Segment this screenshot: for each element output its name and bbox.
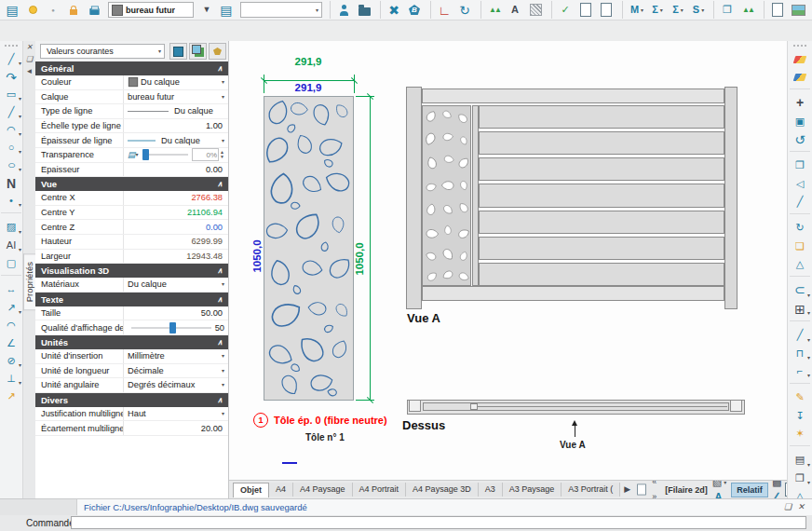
slider-thumb[interactable]: [142, 149, 149, 160]
type-ligne-dropdown[interactable]: Du calque: [124, 104, 228, 118]
ucs-axis-button[interactable]: ∟: [430, 1, 454, 19]
relatif-toggle[interactable]: Relatif: [731, 483, 768, 497]
spline-tool-button[interactable]: N: [1, 174, 21, 192]
sheet-button[interactable]: [577, 1, 596, 19]
preset-combobox[interactable]: Valeurs courantes ▾: [40, 44, 165, 59]
epaisseur-field[interactable]: 0.00: [124, 163, 228, 177]
circle-tool-button[interactable]: ○▾: [1, 139, 21, 157]
user-button[interactable]: [330, 1, 354, 19]
tab-a4-paysage[interactable]: A4 Paysage: [293, 483, 353, 497]
layer-combo-dropdown-button[interactable]: ▼: [197, 1, 216, 19]
tab-a4-portrait[interactable]: A4 Portrait: [353, 483, 407, 497]
section-visualisation-3d[interactable]: Visualisation 3D∧: [35, 264, 228, 278]
dim-ordinate-button[interactable]: ⊥▾: [1, 370, 21, 388]
display-mode-label[interactable]: [Filaire 2d]: [665, 485, 708, 495]
text-style-button[interactable]: A: [507, 1, 525, 19]
copy-tool-button[interactable]: ❐: [790, 151, 810, 175]
measure-insert-button[interactable]: M▾: [622, 1, 646, 19]
transparence-value[interactable]: 0%: [192, 148, 219, 161]
qualite-slider[interactable]: [131, 327, 211, 329]
segment-tool-button[interactable]: ╱▾: [1, 103, 21, 121]
sheet-next-button[interactable]: »: [648, 490, 662, 499]
dock-panel-button[interactable]: ❏: [784, 502, 792, 511]
couleur-dropdown[interactable]: Du calque▾: [124, 75, 228, 89]
hatch-tool-button[interactable]: ▨▾: [1, 212, 21, 237]
sum-line-button[interactable]: Σ▾: [648, 1, 667, 19]
epaisseur-ligne-dropdown[interactable]: Du calque▾: [124, 133, 228, 147]
polar-button[interactable]: ∠: [771, 490, 785, 499]
tab-a4[interactable]: A4: [269, 483, 293, 497]
section-divers[interactable]: Divers∧: [35, 393, 228, 407]
section-general[interactable]: Général∧: [35, 61, 228, 75]
centre-z-field[interactable]: 0.00: [124, 220, 228, 234]
echelle-type-field[interactable]: 1.00: [124, 119, 228, 133]
landscape-2-button[interactable]: ▲▲: [739, 1, 758, 19]
unite-insertion-dropdown[interactable]: Millimètre▾: [124, 349, 228, 363]
centre-y-field[interactable]: 21106.94: [124, 206, 228, 220]
sheet-prev-button[interactable]: «: [648, 480, 662, 490]
ellipse-tool-button[interactable]: ○▾: [1, 157, 21, 174]
sketch-tool-button[interactable]: ✎: [790, 383, 810, 407]
dessus-drawing[interactable]: [407, 398, 745, 416]
block-edit-button[interactable]: ▤▾: [790, 445, 810, 470]
rectangle-tool-button[interactable]: ▭▾: [1, 86, 21, 103]
largeur-field[interactable]: 12943.48: [124, 250, 228, 264]
image-button[interactable]: [790, 1, 808, 19]
layer-manager-button[interactable]: ▤: [4, 1, 22, 19]
layer-print-button[interactable]: [86, 1, 104, 19]
sheet-metal-panel-drawing[interactable]: [264, 96, 354, 401]
qualite-control[interactable]: 50: [124, 320, 228, 334]
mirror-tool-button[interactable]: △: [790, 255, 810, 273]
unite-longueur-dropdown[interactable]: Décimale▾: [124, 364, 228, 378]
offset-copy-button[interactable]: ❏: [790, 238, 810, 255]
fillet-tool-button[interactable]: ⌐▾: [790, 362, 810, 380]
select-elements-button[interactable]: [169, 43, 187, 60]
drawing-canvas[interactable]: 291,9 291,9: [229, 41, 787, 480]
section-texte[interactable]: Texte∧: [35, 293, 228, 306]
flatten-tool-button[interactable]: ↧: [790, 407, 810, 425]
offset-tool-button[interactable]: ⊂▾: [790, 276, 810, 300]
break-tool-button[interactable]: ╱▾: [790, 320, 810, 345]
apply-props-button[interactable]: [209, 43, 226, 60]
grid-snap-button[interactable]: ▩: [771, 480, 785, 490]
page-layout-button[interactable]: ▾: [785, 483, 787, 497]
annotation-button[interactable]: A: [710, 490, 728, 499]
move-tool-button[interactable]: +: [790, 88, 810, 113]
toolbar-grip[interactable]: [5, 45, 18, 47]
landscape-button[interactable]: ▲▲: [480, 1, 505, 19]
dim-linear-button[interactable]: ↔: [1, 275, 21, 299]
tab-a3[interactable]: A3: [479, 483, 503, 497]
vue-a-drawing[interactable]: [406, 87, 738, 325]
lengthen-tool-button[interactable]: ╱: [790, 193, 810, 211]
pin-panel-button[interactable]: ◄: [23, 65, 35, 77]
slider-thumb[interactable]: [169, 322, 176, 334]
dim-arc-button[interactable]: ◠: [1, 317, 21, 334]
point-tool-button[interactable]: •▾: [1, 192, 21, 210]
float-panel-button[interactable]: ❏: [23, 53, 35, 65]
text-tool-button[interactable]: AI▾: [1, 237, 21, 254]
scale-tool-button[interactable]: ▣: [790, 113, 810, 130]
toolbar-grip[interactable]: [793, 45, 806, 47]
layer-freeze-button[interactable]: ●: [45, 1, 63, 19]
tab-objet[interactable]: Objet: [233, 483, 269, 497]
area-s-button[interactable]: S▾: [689, 1, 708, 19]
tab-a4-paysage-3d[interactable]: A4 Paysage 3D: [406, 483, 479, 497]
region-tool-button[interactable]: ▢: [1, 254, 21, 272]
rotate-copy-button[interactable]: ↻: [790, 213, 810, 238]
mirror-doc-button[interactable]: ◁: [790, 175, 810, 193]
erase-tool-button[interactable]: [790, 50, 810, 68]
sheet-check-button[interactable]: ✓: [551, 1, 575, 19]
view-3d-button[interactable]: ▧▾: [710, 480, 728, 490]
dim-diameter-button[interactable]: ⊘▾: [1, 352, 21, 370]
hauteur-field[interactable]: 6299.99: [124, 235, 228, 249]
quick-select-button[interactable]: [189, 43, 207, 60]
layer-lock-button[interactable]: [65, 1, 84, 19]
rotate-3d-button[interactable]: ↻: [456, 1, 475, 19]
boolean-button[interactable]: ❐: [713, 1, 738, 19]
sum-points-button[interactable]: Σ▾: [669, 1, 687, 19]
doc-image-button[interactable]: [764, 1, 788, 19]
trim-x-button[interactable]: ✖: [380, 1, 404, 19]
wand-tool-button[interactable]: ✶: [790, 425, 810, 442]
section-vue[interactable]: Vue∧: [35, 177, 228, 191]
tab-a3-portrait[interactable]: A3 Portrait (: [562, 483, 620, 497]
